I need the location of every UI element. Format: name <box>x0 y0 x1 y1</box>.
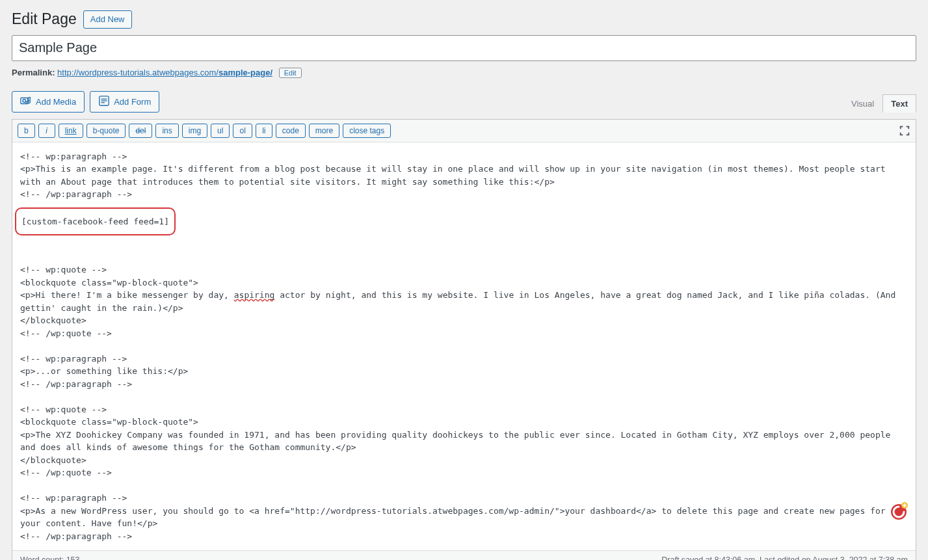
editor-tabs: Visual Text <box>843 94 916 113</box>
qt-ul[interactable]: ul <box>211 124 230 138</box>
edit-permalink-button[interactable]: Edit <box>279 68 302 78</box>
add-new-button[interactable]: Add New <box>83 10 132 29</box>
qt-bold[interactable]: b <box>18 124 35 138</box>
tab-visual[interactable]: Visual <box>843 94 882 113</box>
add-form-button[interactable]: Add Form <box>90 91 159 113</box>
qt-more[interactable]: more <box>309 124 339 138</box>
page-title: Edit Page <box>12 10 77 28</box>
qt-ins[interactable]: ins <box>155 124 178 138</box>
qt-link[interactable]: link <box>59 124 83 138</box>
qt-code[interactable]: code <box>276 124 306 138</box>
quicktags-toolbar: b i link b-quote del ins img ul ol li co… <box>12 120 916 142</box>
save-status: Draft saved at 8:43:06 am. Last edited o… <box>661 555 908 560</box>
qt-italic[interactable]: i <box>38 124 55 138</box>
svg-rect-0 <box>21 98 28 103</box>
form-icon <box>98 95 110 109</box>
add-form-label: Add Form <box>114 97 151 107</box>
shortcode-highlight: [custom-facebook-feed feed=1] <box>15 207 176 236</box>
qt-li[interactable]: li <box>256 124 272 138</box>
permalink-link[interactable]: http://wordpress-tutorials.atwebpages.co… <box>57 68 272 77</box>
fullscreen-icon[interactable] <box>899 125 910 137</box>
tab-text[interactable]: Text <box>882 94 916 113</box>
qt-close-tags[interactable]: close tags <box>343 124 391 138</box>
editor-container: b i link b-quote del ins img ul ol li co… <box>12 119 916 561</box>
page-header: Edit Page Add New <box>12 10 916 29</box>
camera-music-icon <box>20 95 32 109</box>
permalink-row: Permalink: http://wordpress-tutorials.at… <box>12 68 916 78</box>
qt-blockquote[interactable]: b-quote <box>86 124 126 138</box>
permalink-label: Permalink: <box>12 68 55 77</box>
qt-img[interactable]: img <box>182 124 207 138</box>
word-count: Word count: 153 <box>20 555 80 560</box>
editor-status-bar: Word count: 153 Draft saved at 8:43:06 a… <box>12 550 916 560</box>
add-media-button[interactable]: Add Media <box>12 91 85 113</box>
post-title-input[interactable] <box>12 35 916 61</box>
media-buttons-row: Add Media Add Form Visual Text <box>12 91 916 113</box>
qt-ol[interactable]: ol <box>233 124 252 138</box>
qt-del[interactable]: del <box>129 124 152 138</box>
svg-point-1 <box>23 99 26 102</box>
floating-badge-icon[interactable] <box>889 501 908 521</box>
add-media-label: Add Media <box>36 97 76 107</box>
content-textarea[interactable]: <!-- wp:paragraph --> <p>This is an exam… <box>12 142 916 551</box>
